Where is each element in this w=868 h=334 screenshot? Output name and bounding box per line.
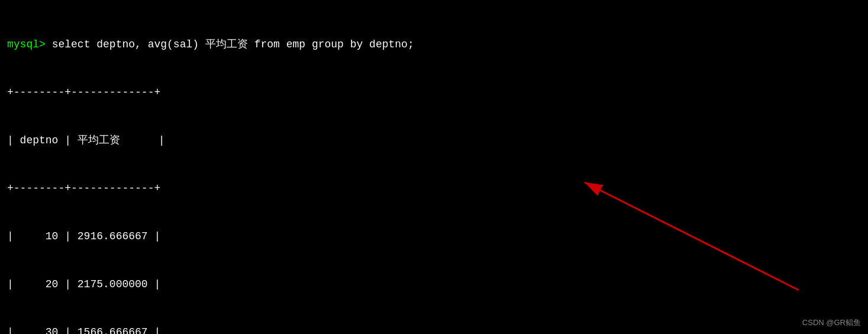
table-sep-1: +--------+-------------+ bbox=[7, 85, 861, 101]
table-row-1: | 10 | 2916.666667 | bbox=[7, 229, 861, 245]
table-row-2: | 20 | 2175.000000 | bbox=[7, 277, 861, 293]
cmd-line-1: mysql> select deptno, avg(sal) 平均工资 from… bbox=[7, 37, 861, 53]
table-sep-2: +--------+-------------+ bbox=[7, 181, 861, 197]
terminal-output: mysql> select deptno, avg(sal) 平均工资 from… bbox=[0, 0, 868, 334]
watermark: CSDN @GR鲳鱼 bbox=[802, 317, 861, 328]
table-header-1: | deptno | 平均工资 | bbox=[7, 133, 861, 149]
table-row-3: | 30 | 1566.666667 | bbox=[7, 325, 861, 334]
